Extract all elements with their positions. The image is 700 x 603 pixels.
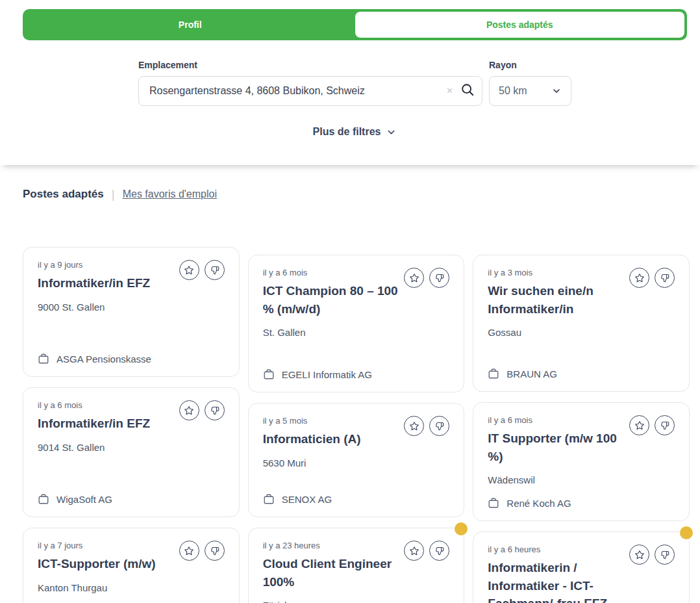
job-title: Informatikerin / Informatiker - ICT-Fach… xyxy=(488,559,624,603)
job-title: Cloud Client Engineer 100% xyxy=(263,555,399,591)
job-posted-date: il y a 6 mois xyxy=(38,400,174,410)
thumbs-down-icon xyxy=(434,273,444,283)
dislike-job-button[interactable] xyxy=(205,260,225,280)
job-cards-grid: il y a 9 jours Informatiker/in EFZ 9000 … xyxy=(23,247,690,603)
job-posted-date: il y a 6 mois xyxy=(263,268,399,277)
favorite-job-button[interactable] xyxy=(179,260,199,280)
results-tab-postes-adaptes: Postes adaptés xyxy=(23,188,104,201)
cards-column-2: il y a 6 mois ICT Champion 80 – 100 % (m… xyxy=(248,247,465,603)
job-location: 9014 St. Gallen xyxy=(38,442,174,453)
location-label: Emplacement xyxy=(138,60,482,70)
star-icon xyxy=(184,405,194,416)
cards-column-1: il y a 9 jours Informatiker/in EFZ 9000 … xyxy=(23,247,240,603)
job-card[interactable]: il y a 7 jours ICT-Supporter (m/w) Kanto… xyxy=(23,528,240,603)
job-card[interactable]: il y a 9 jours Informatiker/in EFZ 9000 … xyxy=(23,247,240,377)
tab-postes-adaptes[interactable]: Postes adaptés xyxy=(355,12,685,38)
job-company: BRAUN AG xyxy=(506,368,557,379)
job-title: IT Supporter (m/w 100 %) xyxy=(488,430,624,465)
radius-value: 50 km xyxy=(499,85,527,97)
job-posted-date: il y a 7 jours xyxy=(38,541,174,550)
dislike-job-button[interactable] xyxy=(205,541,225,561)
dislike-job-button[interactable] xyxy=(655,415,675,435)
job-posted-date: il y a 5 mois xyxy=(263,416,399,426)
job-location: Wädenswil xyxy=(488,474,624,485)
more-filters-button[interactable]: Plus de filtres xyxy=(313,126,397,138)
briefcase-icon xyxy=(38,493,49,505)
job-card[interactable]: il y a 3 mois Wir suchen eine/n Informat… xyxy=(473,255,690,392)
job-title: Wir suchen eine/n Informatiker/in xyxy=(488,282,624,318)
star-icon xyxy=(634,420,645,431)
thumbs-down-icon xyxy=(210,546,219,556)
new-indicator-dot xyxy=(680,526,693,539)
favorite-job-button[interactable] xyxy=(179,400,199,420)
job-title: Informaticien (A) xyxy=(263,430,399,448)
job-location: St. Gallen xyxy=(263,327,399,338)
favorite-job-button[interactable] xyxy=(179,541,199,561)
dislike-job-button[interactable] xyxy=(429,416,449,436)
briefcase-icon xyxy=(488,497,499,509)
favorite-job-button[interactable] xyxy=(404,416,424,436)
job-card[interactable]: il y a 23 heures Cloud Client Engineer 1… xyxy=(248,528,465,603)
job-company: SENOX AG xyxy=(282,494,332,505)
job-card[interactable]: il y a 6 heures Informatikerin / Informa… xyxy=(473,532,690,603)
header-divider: | xyxy=(112,187,115,201)
job-company: ASGA Pensionskasse xyxy=(56,353,151,365)
tab-profil[interactable]: Profil xyxy=(25,12,355,38)
star-icon xyxy=(409,421,419,431)
dislike-job-button[interactable] xyxy=(205,400,225,420)
briefcase-icon xyxy=(488,368,499,379)
job-title: Informatiker/in EFZ xyxy=(38,415,174,433)
favorite-job-button[interactable] xyxy=(404,268,424,288)
job-location: Zürich xyxy=(263,600,399,603)
job-title: ICT-Supporter (m/w) xyxy=(38,555,174,573)
job-card[interactable]: il y a 6 mois ICT Champion 80 – 100 % (m… xyxy=(248,255,465,392)
briefcase-icon xyxy=(38,353,49,365)
job-card[interactable]: il y a 6 mois IT Supporter (m/w 100 %) W… xyxy=(473,402,690,521)
dislike-job-button[interactable] xyxy=(655,545,675,565)
job-title: ICT Champion 80 – 100 % (m/w/d) xyxy=(263,282,399,318)
job-posted-date: il y a 3 mois xyxy=(488,268,624,277)
job-posted-date: il y a 23 heures xyxy=(263,541,399,550)
star-icon xyxy=(634,273,645,283)
job-posted-date: il y a 9 jours xyxy=(38,260,174,270)
results-section: Postes adaptés | Mes favoris d'emploi il… xyxy=(0,187,700,603)
cards-column-3: il y a 3 mois Wir suchen eine/n Informat… xyxy=(473,247,690,603)
job-company: EGELI Informatik AG xyxy=(282,369,372,380)
dislike-job-button[interactable] xyxy=(429,541,449,561)
thumbs-down-icon xyxy=(210,265,219,275)
briefcase-icon xyxy=(263,493,275,505)
location-input[interactable] xyxy=(138,76,482,106)
job-card[interactable]: il y a 5 mois Informaticien (A) 5630 Mur… xyxy=(248,403,465,517)
thumbs-down-icon xyxy=(434,546,444,556)
dislike-job-button[interactable] xyxy=(429,268,449,288)
dislike-job-button[interactable] xyxy=(655,268,675,288)
favorite-job-button[interactable] xyxy=(629,268,649,288)
job-company: René Koch AG xyxy=(506,498,571,509)
profile-tabs: Profil Postes adaptés xyxy=(23,9,687,40)
thumbs-down-icon xyxy=(660,420,669,430)
favorite-job-button[interactable] xyxy=(404,541,424,561)
search-icon xyxy=(460,83,475,97)
chevron-down-icon xyxy=(551,86,562,96)
thumbs-down-icon xyxy=(434,421,444,431)
thumbs-down-icon xyxy=(660,550,669,559)
job-card[interactable]: il y a 6 mois Informatiker/in EFZ 9014 S… xyxy=(23,387,240,517)
radius-label: Rayon xyxy=(489,60,571,70)
more-filters-label: Plus de filtres xyxy=(313,126,381,138)
star-icon xyxy=(409,546,419,556)
star-icon xyxy=(634,550,645,560)
star-icon xyxy=(409,273,419,283)
star-icon xyxy=(184,546,194,556)
job-title: Informatiker/in EFZ xyxy=(38,274,174,292)
clear-location-button[interactable]: × xyxy=(447,84,453,97)
favorite-job-button[interactable] xyxy=(629,415,649,435)
thumbs-down-icon xyxy=(210,405,219,415)
favorite-job-button[interactable] xyxy=(629,545,649,565)
favorites-link[interactable]: Mes favoris d'emploi xyxy=(123,188,217,200)
search-button[interactable] xyxy=(460,83,475,99)
star-icon xyxy=(184,265,194,276)
results-header: Postes adaptés | Mes favoris d'emploi xyxy=(23,187,690,201)
briefcase-icon xyxy=(263,368,275,380)
job-posted-date: il y a 6 heures xyxy=(488,545,624,554)
radius-select[interactable]: 50 km xyxy=(489,76,571,106)
